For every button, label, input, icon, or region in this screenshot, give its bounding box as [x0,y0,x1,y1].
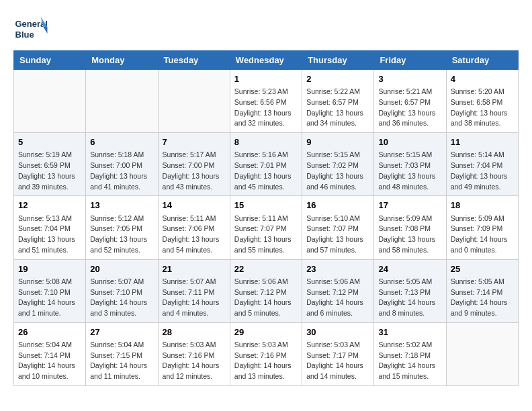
day-number: 26 [18,326,81,338]
day-info: Sunrise: 5:11 AM Sunset: 7:06 PM Dayligh… [163,214,226,256]
calendar-day-12: 12Sunrise: 5:13 AM Sunset: 7:04 PM Dayli… [14,196,86,259]
day-number: 29 [234,326,298,338]
calendar-day-15: 15Sunrise: 5:11 AM Sunset: 7:07 PM Dayli… [230,196,302,259]
calendar-day-20: 20Sunrise: 5:07 AM Sunset: 7:10 PM Dayli… [86,259,158,322]
calendar-day-11: 11Sunrise: 5:14 AM Sunset: 7:04 PM Dayli… [446,133,518,196]
calendar-day-16: 16Sunrise: 5:10 AM Sunset: 7:07 PM Dayli… [302,196,374,259]
calendar-day-23: 23Sunrise: 5:06 AM Sunset: 7:12 PM Dayli… [302,259,374,322]
day-number: 27 [90,326,153,338]
page-header: GeneralBlue [13,13,519,44]
day-info: Sunrise: 5:22 AM Sunset: 6:57 PM Dayligh… [306,87,369,129]
day-info: Sunrise: 5:19 AM Sunset: 6:59 PM Dayligh… [18,150,81,192]
day-info: Sunrise: 5:14 AM Sunset: 7:04 PM Dayligh… [451,150,514,192]
calendar-day-22: 22Sunrise: 5:06 AM Sunset: 7:12 PM Dayli… [230,259,302,322]
day-number: 7 [163,136,226,148]
day-number: 8 [234,136,298,148]
calendar-day-2: 2Sunrise: 5:22 AM Sunset: 6:57 PM Daylig… [302,70,374,133]
day-info: Sunrise: 5:07 AM Sunset: 7:11 PM Dayligh… [163,277,226,319]
day-info: Sunrise: 5:09 AM Sunset: 7:08 PM Dayligh… [378,214,441,256]
generalblue-logo-icon: GeneralBlue [13,13,50,44]
day-info: Sunrise: 5:11 AM Sunset: 7:07 PM Dayligh… [234,214,298,256]
calendar-day-1: 1Sunrise: 5:23 AM Sunset: 6:56 PM Daylig… [230,70,302,133]
day-info: Sunrise: 5:21 AM Sunset: 6:57 PM Dayligh… [378,87,441,129]
day-number: 9 [306,136,369,148]
day-number: 31 [378,326,441,338]
calendar-week-row: 1Sunrise: 5:23 AM Sunset: 6:56 PM Daylig… [14,70,519,133]
calendar-day-31: 31Sunrise: 5:02 AM Sunset: 7:18 PM Dayli… [374,322,446,385]
day-info: Sunrise: 5:20 AM Sunset: 6:58 PM Dayligh… [451,87,514,129]
calendar-day-9: 9Sunrise: 5:15 AM Sunset: 7:02 PM Daylig… [302,133,374,196]
weekday-header-saturday: Saturday [446,51,518,70]
calendar-day-empty [14,70,86,133]
calendar-day-21: 21Sunrise: 5:07 AM Sunset: 7:11 PM Dayli… [158,259,230,322]
weekday-header-wednesday: Wednesday [230,51,302,70]
svg-marker-3 [44,27,48,34]
day-number: 28 [163,326,226,338]
day-number: 15 [234,199,298,212]
weekday-header-thursday: Thursday [302,51,374,70]
weekday-header-sunday: Sunday [14,51,86,70]
calendar-day-18: 18Sunrise: 5:09 AM Sunset: 7:09 PM Dayli… [446,196,518,259]
calendar-day-empty [86,70,158,133]
calendar-day-4: 4Sunrise: 5:20 AM Sunset: 6:58 PM Daylig… [446,70,518,133]
calendar-day-3: 3Sunrise: 5:21 AM Sunset: 6:57 PM Daylig… [374,70,446,133]
day-number: 10 [378,136,441,148]
day-info: Sunrise: 5:17 AM Sunset: 7:00 PM Dayligh… [163,150,226,192]
day-info: Sunrise: 5:03 AM Sunset: 7:16 PM Dayligh… [234,340,298,382]
calendar-day-13: 13Sunrise: 5:12 AM Sunset: 7:05 PM Dayli… [86,196,158,259]
day-number: 21 [163,263,226,275]
svg-text:Blue: Blue [15,30,34,40]
day-number: 11 [451,136,514,148]
day-info: Sunrise: 5:12 AM Sunset: 7:05 PM Dayligh… [90,214,153,256]
day-number: 3 [378,73,441,85]
day-info: Sunrise: 5:05 AM Sunset: 7:14 PM Dayligh… [451,277,514,319]
day-number: 1 [234,73,298,85]
calendar-day-30: 30Sunrise: 5:03 AM Sunset: 7:17 PM Dayli… [302,322,374,385]
calendar-week-row: 12Sunrise: 5:13 AM Sunset: 7:04 PM Dayli… [14,196,519,259]
calendar-day-empty [158,70,230,133]
day-info: Sunrise: 5:15 AM Sunset: 7:02 PM Dayligh… [306,150,369,192]
day-info: Sunrise: 5:02 AM Sunset: 7:18 PM Dayligh… [378,340,441,382]
day-number: 4 [451,73,514,85]
calendar-week-row: 26Sunrise: 5:04 AM Sunset: 7:14 PM Dayli… [14,322,519,385]
day-number: 18 [451,199,514,212]
day-number: 12 [18,199,81,212]
calendar-day-26: 26Sunrise: 5:04 AM Sunset: 7:14 PM Dayli… [14,322,86,385]
day-info: Sunrise: 5:03 AM Sunset: 7:16 PM Dayligh… [163,340,226,382]
calendar-header-row: SundayMondayTuesdayWednesdayThursdayFrid… [14,51,519,70]
calendar-day-29: 29Sunrise: 5:03 AM Sunset: 7:16 PM Dayli… [230,322,302,385]
day-info: Sunrise: 5:16 AM Sunset: 7:01 PM Dayligh… [234,150,298,192]
day-number: 24 [378,263,441,275]
day-info: Sunrise: 5:03 AM Sunset: 7:17 PM Dayligh… [306,340,369,382]
day-info: Sunrise: 5:09 AM Sunset: 7:09 PM Dayligh… [451,214,514,256]
calendar-day-14: 14Sunrise: 5:11 AM Sunset: 7:06 PM Dayli… [158,196,230,259]
day-info: Sunrise: 5:08 AM Sunset: 7:10 PM Dayligh… [18,277,81,319]
calendar-day-6: 6Sunrise: 5:18 AM Sunset: 7:00 PM Daylig… [86,133,158,196]
day-number: 23 [306,263,369,275]
day-number: 13 [90,199,153,212]
calendar-day-27: 27Sunrise: 5:04 AM Sunset: 7:15 PM Dayli… [86,322,158,385]
day-info: Sunrise: 5:13 AM Sunset: 7:04 PM Dayligh… [18,214,81,256]
calendar-day-8: 8Sunrise: 5:16 AM Sunset: 7:01 PM Daylig… [230,133,302,196]
day-number: 19 [18,263,81,275]
day-number: 14 [163,199,226,212]
weekday-header-monday: Monday [86,51,158,70]
day-number: 17 [378,199,441,212]
calendar-day-24: 24Sunrise: 5:05 AM Sunset: 7:13 PM Dayli… [374,259,446,322]
calendar-table: SundayMondayTuesdayWednesdayThursdayFrid… [13,50,519,386]
day-number: 30 [306,326,369,338]
day-info: Sunrise: 5:06 AM Sunset: 7:12 PM Dayligh… [234,277,298,319]
day-info: Sunrise: 5:06 AM Sunset: 7:12 PM Dayligh… [306,277,369,319]
day-info: Sunrise: 5:15 AM Sunset: 7:03 PM Dayligh… [378,150,441,192]
day-info: Sunrise: 5:23 AM Sunset: 6:56 PM Dayligh… [234,87,298,129]
calendar-day-17: 17Sunrise: 5:09 AM Sunset: 7:08 PM Dayli… [374,196,446,259]
calendar-week-row: 5Sunrise: 5:19 AM Sunset: 6:59 PM Daylig… [14,133,519,196]
day-info: Sunrise: 5:18 AM Sunset: 7:00 PM Dayligh… [90,150,153,192]
calendar-day-5: 5Sunrise: 5:19 AM Sunset: 6:59 PM Daylig… [14,133,86,196]
calendar-day-28: 28Sunrise: 5:03 AM Sunset: 7:16 PM Dayli… [158,322,230,385]
day-info: Sunrise: 5:04 AM Sunset: 7:15 PM Dayligh… [90,340,153,382]
weekday-header-friday: Friday [374,51,446,70]
weekday-header-tuesday: Tuesday [158,51,230,70]
day-number: 2 [306,73,369,85]
logo: GeneralBlue [13,13,50,44]
